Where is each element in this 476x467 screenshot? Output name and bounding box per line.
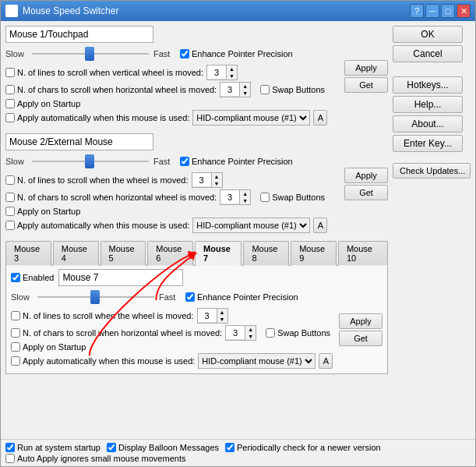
mouse2-name-input[interactable]: [5, 133, 153, 150]
tab-mouse-4[interactable]: Mouse 4: [53, 241, 99, 266]
tab-auto-check[interactable]: Apply automatically when this mouse is u…: [11, 356, 195, 366]
mouse2-a-button[interactable]: A: [313, 218, 327, 233]
periodic-check[interactable]: Periodically check for a newer version: [225, 443, 381, 452]
tab-enabled-check[interactable]: Enabled: [11, 273, 54, 282]
mouse2-auto-check[interactable]: Apply automatically when this mouse is u…: [5, 221, 189, 230]
mouse2-speed-slider[interactable]: [32, 154, 149, 169]
tab-mouse-6[interactable]: Mouse 6: [147, 241, 193, 266]
mouse2-enhance-label[interactable]: Enhance Pointer Precision: [180, 157, 293, 166]
tab-auto-select[interactable]: HID-compliant mouse (#1): [198, 353, 316, 369]
check-updates-button[interactable]: Check Updates...: [393, 163, 471, 179]
tab-name-input[interactable]: [58, 269, 183, 286]
mouse1-a-button[interactable]: A: [313, 110, 327, 126]
mouse1-lines-up[interactable]: ▲: [226, 65, 237, 73]
mouse1-get-button[interactable]: Get: [344, 77, 388, 93]
mouse2-lines-value[interactable]: [192, 173, 211, 187]
tab-startup-label[interactable]: Apply on Startup: [11, 342, 86, 352]
tab-enhance-checkbox[interactable]: [185, 292, 195, 302]
tab-a-button[interactable]: A: [319, 353, 333, 369]
tab-lines-value[interactable]: [198, 309, 217, 323]
tab-mouse-9[interactable]: Mouse 9: [291, 241, 337, 266]
tab-auto-checkbox[interactable]: [11, 356, 20, 366]
mouse2-auto-checkbox[interactable]: [5, 221, 15, 230]
enter-key-button[interactable]: Enter Key...: [393, 135, 463, 152]
mouse2-enhance-checkbox[interactable]: [180, 157, 189, 166]
mouse1-lines-checkbox[interactable]: [5, 68, 15, 77]
mouse2-chars-up[interactable]: ▲: [239, 190, 250, 197]
run-startup-check[interactable]: Run at system startup: [5, 443, 100, 452]
mouse2-swap-checkbox[interactable]: [260, 193, 270, 202]
tab-chars-value[interactable]: [226, 326, 245, 340]
tab-enabled-checkbox[interactable]: [11, 273, 20, 282]
tab-mouse-8[interactable]: Mouse 8: [243, 241, 289, 266]
mouse2-swap-label[interactable]: Swap Buttons: [260, 193, 325, 202]
tab-lines-check[interactable]: N. of lines to scroll when the wheel is …: [11, 311, 194, 320]
tab-chars-check[interactable]: N. of chars to scroll when horizontal wh…: [11, 328, 222, 338]
tab-lines-up[interactable]: ▲: [217, 309, 227, 316]
mouse2-lines-down[interactable]: ▼: [211, 180, 222, 187]
tab-speed-slider[interactable]: [37, 289, 154, 305]
tab-chars-up[interactable]: ▲: [245, 326, 256, 333]
hotkeys-button[interactable]: Hotkeys...: [393, 76, 463, 94]
mouse1-swap-label[interactable]: Swap Buttons: [260, 85, 325, 94]
mouse1-lines-check[interactable]: N. of lines to scroll when vertical whee…: [5, 68, 203, 77]
mouse2-chars-check[interactable]: N. of chars to scroll when horizontal wh…: [5, 193, 217, 202]
mouse1-apply-button[interactable]: Apply: [344, 60, 388, 76]
close-button[interactable]: ✕: [457, 4, 471, 18]
tab-swap-checkbox[interactable]: [266, 328, 275, 338]
mouse1-swap-checkbox[interactable]: [260, 85, 270, 94]
mouse1-enhance-checkbox[interactable]: [180, 49, 189, 58]
tab-enhance-label[interactable]: Enhance Pointer Precision: [185, 292, 298, 302]
ok-button[interactable]: OK: [393, 26, 463, 43]
mouse2-get-button[interactable]: Get: [344, 185, 388, 200]
tab-swap-label[interactable]: Swap Buttons: [266, 328, 330, 338]
mouse2-chars-checkbox[interactable]: [5, 193, 15, 202]
mouse1-chars-check[interactable]: N. of chars to scroll when horizontal wh…: [5, 85, 217, 94]
mouse1-startup-checkbox[interactable]: [5, 99, 15, 108]
display-balloon-check[interactable]: Display Balloon Messages: [107, 443, 219, 452]
display-balloon-checkbox[interactable]: [107, 443, 116, 452]
tab-mouse-10[interactable]: Mouse 10: [338, 241, 388, 266]
mouse1-speed-slider[interactable]: [32, 46, 149, 62]
mouse1-chars-checkbox[interactable]: [5, 85, 15, 94]
tab-get-button[interactable]: Get: [339, 331, 383, 346]
mouse1-auto-check[interactable]: Apply automatically when this mouse is u…: [5, 113, 189, 122]
mouse2-apply-button[interactable]: Apply: [344, 168, 388, 183]
mouse2-startup-checkbox[interactable]: [5, 207, 15, 216]
cancel-button[interactable]: Cancel: [393, 45, 463, 62]
tab-lines-down[interactable]: ▼: [217, 316, 227, 323]
mouse1-startup-label[interactable]: Apply on Startup: [5, 99, 80, 108]
periodic-checkbox[interactable]: [225, 443, 234, 452]
tab-chars-checkbox[interactable]: [11, 328, 20, 338]
mouse1-enhance-label[interactable]: Enhance Pointer Precision: [180, 49, 293, 58]
mouse2-lines-up[interactable]: ▲: [211, 173, 222, 180]
tab-mouse-5[interactable]: Mouse 5: [100, 241, 146, 266]
tab-startup-checkbox[interactable]: [11, 342, 20, 352]
mouse2-chars-value[interactable]: [220, 190, 239, 204]
about-button[interactable]: About...: [393, 115, 463, 133]
minimize-button[interactable]: ─: [425, 4, 439, 18]
tab-apply-button[interactable]: Apply: [339, 313, 383, 329]
help-button[interactable]: Help...: [393, 96, 463, 113]
auto-apply-check[interactable]: Auto Apply ignores small mouse movements: [5, 454, 185, 463]
tab-chars-down[interactable]: ▼: [245, 333, 256, 340]
mouse2-lines-check[interactable]: N. of lines to scroll when the wheel is …: [5, 175, 189, 185]
help-title-button[interactable]: ?: [410, 4, 424, 18]
mouse2-startup-label[interactable]: Apply on Startup: [5, 207, 80, 216]
mouse2-lines-checkbox[interactable]: [5, 175, 15, 185]
maximize-button[interactable]: □: [441, 4, 455, 18]
tab-mouse-3[interactable]: Mouse 3: [5, 241, 51, 266]
mouse1-chars-down[interactable]: ▼: [239, 90, 250, 97]
mouse1-chars-value[interactable]: [220, 83, 239, 97]
mouse1-name-input[interactable]: [5, 26, 153, 43]
mouse1-auto-checkbox[interactable]: [5, 113, 15, 122]
mouse1-lines-down[interactable]: ▼: [226, 73, 237, 80]
mouse1-auto-select[interactable]: HID-compliant mouse (#1): [192, 110, 310, 126]
tab-lines-checkbox[interactable]: [11, 311, 20, 320]
mouse2-chars-down[interactable]: ▼: [239, 197, 250, 204]
mouse1-chars-up[interactable]: ▲: [239, 83, 250, 90]
auto-apply-checkbox[interactable]: [5, 454, 15, 463]
tab-mouse-7[interactable]: Mouse 7: [195, 241, 242, 266]
run-startup-checkbox[interactable]: [5, 443, 15, 452]
mouse2-auto-select[interactable]: HID-compliant mouse (#1): [192, 218, 310, 233]
